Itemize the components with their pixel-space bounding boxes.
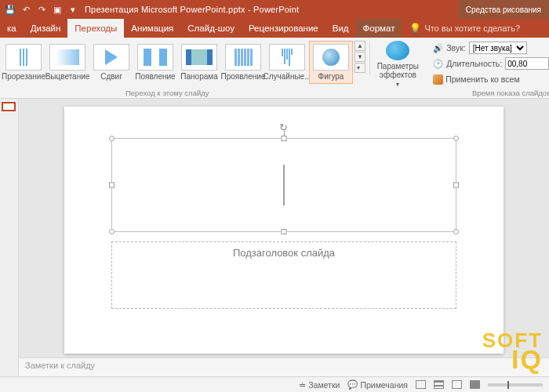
transition-reveal[interactable]: Проявление: [221, 41, 265, 84]
ribbon: Прорезание Выцветание Сдвиг Появление Па…: [0, 38, 549, 99]
apply-all-icon: [433, 74, 443, 85]
quick-access-toolbar: 💾 ↶ ↷ ▣ ▾: [0, 4, 83, 15]
transition-panorama[interactable]: Панорама: [177, 41, 221, 84]
tab-format[interactable]: Формат: [356, 19, 402, 38]
effect-options-button[interactable]: Параметры эффектов ▾: [372, 38, 424, 88]
gallery-scroll[interactable]: ▲ ▼ ▾: [353, 41, 367, 73]
title-bar: 💾 ↶ ↷ ▣ ▾ Презентация Microsoft PowerPoi…: [0, 0, 549, 19]
tab-transitions[interactable]: Переходы: [67, 19, 124, 38]
duration-label: Длительность:: [446, 59, 502, 68]
apply-to-all-button[interactable]: Применить ко всем: [433, 72, 549, 86]
subtitle-text: Подзаголовок слайда: [112, 247, 456, 259]
sound-label: Звук:: [446, 43, 465, 53]
tab-review[interactable]: Рецензирование: [242, 19, 325, 38]
rotate-handle-icon[interactable]: [279, 122, 289, 131]
transition-cut[interactable]: Прорезание: [2, 41, 45, 84]
transition-random[interactable]: Случайные...: [265, 41, 309, 84]
effect-options-icon: [386, 41, 409, 60]
status-bar: ≐ Заметки 💬 Примечания: [0, 376, 549, 392]
slide-thumbnails-panel[interactable]: [0, 99, 19, 376]
resize-handle-e[interactable]: [453, 183, 459, 188]
lightbulb-icon: 💡: [409, 23, 421, 34]
redo-icon[interactable]: ↷: [36, 4, 47, 15]
clock-icon: 🕑: [433, 59, 443, 69]
status-comments-button[interactable]: 💬 Примечания: [347, 379, 408, 390]
text-cursor: [284, 165, 285, 205]
workspace: Подзаголовок слайда: [0, 99, 549, 376]
duration-input[interactable]: [505, 57, 549, 70]
slide-thumbnail-1[interactable]: [2, 102, 16, 111]
tab-view[interactable]: Вид: [325, 19, 356, 38]
qat-dropdown-icon[interactable]: ▾: [67, 4, 78, 15]
resize-handle-n[interactable]: [282, 136, 287, 141]
sound-select[interactable]: [Нет звука]: [469, 42, 527, 54]
slide-canvas-area[interactable]: Подзаголовок слайда: [19, 99, 549, 376]
group-timing: 🔊 Звук: [Нет звука] 🕑 Длительность: Прим…: [428, 38, 549, 98]
notes-placeholder: Заметки к слайду: [25, 361, 95, 370]
start-slideshow-icon[interactable]: ▣: [52, 4, 63, 15]
resize-handle-nw[interactable]: [109, 136, 115, 141]
notes-pane[interactable]: Заметки к слайду: [19, 358, 549, 376]
save-icon[interactable]: 💾: [5, 4, 16, 15]
zoom-slider[interactable]: [488, 383, 543, 387]
tell-me-placeholder: Что вы хотите сделать?: [424, 24, 520, 33]
resize-handle-sw[interactable]: [109, 229, 115, 234]
tab-slideshow[interactable]: Слайд-шоу: [180, 19, 242, 38]
scroll-up-icon[interactable]: ▲: [354, 41, 365, 51]
group-label-timing: Время показа слайдов: [472, 89, 549, 97]
slide[interactable]: Подзаголовок слайда: [64, 107, 504, 354]
resize-handle-s[interactable]: [282, 229, 287, 234]
resize-handle-w[interactable]: [109, 183, 115, 188]
transition-gallery: Прорезание Выцветание Сдвиг Появление Па…: [0, 38, 367, 88]
tab-design[interactable]: Дизайн: [24, 19, 68, 38]
ribbon-tabs: ка Дизайн Переходы Анимация Слайд-шоу Ре…: [0, 19, 549, 38]
view-slideshow-icon[interactable]: [470, 380, 480, 389]
view-reading-icon[interactable]: [452, 380, 462, 389]
contextual-tab-label: Средства рисования: [458, 0, 549, 19]
tell-me[interactable]: 💡 Что вы хотите сделать?: [402, 19, 528, 38]
resize-handle-se[interactable]: [453, 229, 459, 234]
gallery-more-icon[interactable]: ▾: [354, 63, 365, 73]
dropdown-icon: ▾: [396, 81, 399, 88]
undo-icon[interactable]: ↶: [20, 4, 31, 15]
group-label-transition: Переход к этому слайду: [125, 89, 209, 97]
tab-animations[interactable]: Анимация: [124, 19, 180, 38]
view-sorter-icon[interactable]: [434, 380, 444, 389]
scroll-down-icon[interactable]: ▼: [354, 52, 365, 62]
transition-appear[interactable]: Появление: [133, 41, 177, 84]
sound-icon: 🔊: [433, 43, 443, 53]
window-title: Презентация Microsoft PowerPoint.pptx - …: [83, 5, 458, 14]
transition-fade[interactable]: Выцветание: [45, 41, 89, 84]
group-transition: Прорезание Выцветание Сдвиг Появление Па…: [0, 38, 424, 98]
resize-handle-ne[interactable]: [453, 136, 459, 141]
transition-push[interactable]: Сдвиг: [89, 41, 133, 84]
tab-partial[interactable]: ка: [0, 19, 24, 38]
title-placeholder[interactable]: [111, 138, 456, 232]
view-normal-icon[interactable]: [416, 380, 426, 389]
status-notes-button[interactable]: ≐ Заметки: [299, 380, 340, 390]
transition-shape[interactable]: Фигура: [309, 41, 353, 84]
subtitle-placeholder[interactable]: Подзаголовок слайда: [111, 241, 456, 309]
